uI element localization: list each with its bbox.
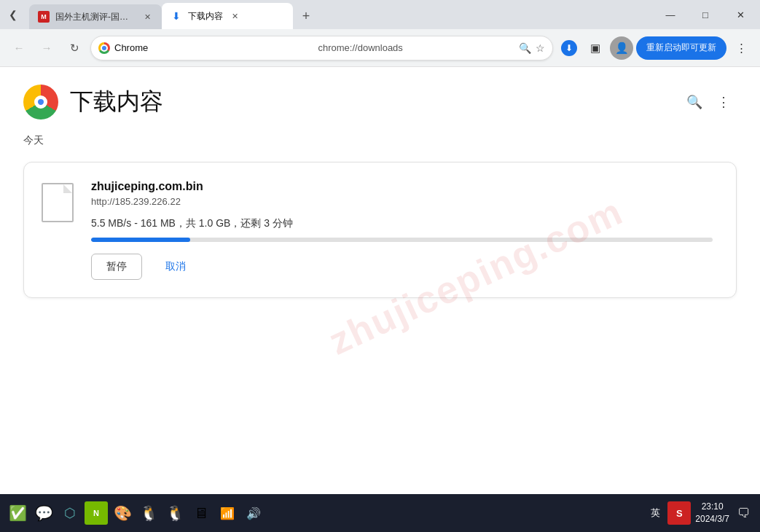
download-info: zhujiceping.com.bin http://185.239.226.2… bbox=[91, 180, 713, 280]
header-actions: 🔍 ⋮ bbox=[681, 89, 737, 115]
window-controls: — □ ✕ bbox=[654, 3, 760, 26]
tab-scroll-left[interactable]: ❮ bbox=[3, 4, 23, 25]
page-title: 下载内容 bbox=[70, 86, 163, 118]
cancel-button[interactable]: 取消 bbox=[151, 254, 200, 280]
pause-button[interactable]: 暂停 bbox=[91, 254, 142, 280]
forward-button[interactable]: → bbox=[35, 36, 58, 60]
tab-inactive-title: 国外主机测评-国外VPS、国... bbox=[55, 11, 136, 23]
new-tab-button[interactable]: + bbox=[296, 6, 316, 26]
taskbar-qq2-icon[interactable]: 🐧 bbox=[163, 501, 187, 525]
tab-active-close[interactable]: ✕ bbox=[229, 10, 240, 22]
taskbar-notification-button[interactable]: 🗨 bbox=[734, 503, 754, 523]
chrome-logo bbox=[23, 85, 58, 120]
download-status: 5.5 MB/s - 161 MB，共 1.0 GB，还剩 3 分钟 bbox=[91, 217, 713, 230]
taskbar-bluetooth-icon[interactable]: ⬡ bbox=[58, 501, 82, 525]
search-button[interactable]: 🔍 bbox=[681, 89, 708, 115]
tab-favicon-inactive: M bbox=[38, 11, 50, 23]
tab-inactive-close[interactable]: ✕ bbox=[141, 11, 153, 23]
tab-active-title: 下载内容 bbox=[188, 10, 223, 23]
address-star-icon[interactable]: ☆ bbox=[536, 42, 545, 54]
tab-inactive[interactable]: M 国外主机测评-国外VPS、国... ✕ bbox=[29, 4, 162, 29]
download-status-icon[interactable]: ⬇ bbox=[557, 36, 581, 60]
taskbar: ✅ 💬 ⬡ N 🎨 🐧 🐧 🖥 📶 🔊 英 S 23:10 2024/3/7 🗨 bbox=[0, 494, 760, 532]
taskbar-time-value: 23:10 bbox=[695, 501, 729, 513]
download-circle-icon: ⬇ bbox=[561, 40, 577, 56]
page-content: zhujiceping.com 下载内容 🔍 ⋮ 今天 zhujiceping.… bbox=[0, 67, 760, 494]
update-button[interactable]: 重新启动即可更新 bbox=[636, 36, 726, 60]
address-chrome-logo bbox=[98, 42, 110, 54]
taskbar-check-icon[interactable]: ✅ bbox=[6, 501, 29, 525]
file-icon bbox=[42, 183, 77, 224]
toolbar: ← → ↻ Chrome chrome://downloads 🔍 ☆ ⬇ ▣ … bbox=[0, 29, 760, 67]
taskbar-volume-icon[interactable]: 🔊 bbox=[242, 501, 265, 525]
minimize-button[interactable]: — bbox=[654, 3, 687, 26]
taskbar-right: 英 S 23:10 2024/3/7 🗨 bbox=[648, 501, 754, 525]
download-url: http://185.239.226.22 bbox=[91, 196, 713, 207]
menu-button[interactable]: ⋮ bbox=[729, 36, 753, 60]
taskbar-antivirus-icon[interactable]: S bbox=[667, 501, 691, 525]
taskbar-wifi-icon[interactable]: 📶 bbox=[216, 501, 239, 525]
taskbar-lang[interactable]: 英 bbox=[648, 506, 663, 520]
downloads-header: 下载内容 🔍 ⋮ bbox=[0, 67, 760, 128]
tab-active-favicon: ⬇ bbox=[171, 10, 182, 22]
tab-active[interactable]: ⬇ 下载内容 ✕ bbox=[162, 3, 293, 29]
progress-bar-fill bbox=[91, 238, 190, 242]
download-filename: zhujiceping.com.bin bbox=[91, 180, 713, 193]
refresh-button[interactable]: ↻ bbox=[63, 36, 86, 60]
update-label: 重新启动即可更新 bbox=[646, 42, 716, 54]
maximize-button[interactable]: □ bbox=[689, 3, 722, 26]
section-today: 今天 bbox=[0, 128, 760, 156]
download-actions: 暂停 取消 bbox=[91, 254, 713, 280]
taskbar-time[interactable]: 23:10 2024/3/7 bbox=[695, 501, 729, 525]
taskbar-nvidia-icon[interactable]: N bbox=[85, 501, 108, 525]
address-brand: Chrome bbox=[114, 42, 311, 53]
taskbar-monitor-icon[interactable]: 🖥 bbox=[189, 501, 213, 525]
progress-bar-container bbox=[91, 238, 713, 242]
titlebar: ❮ M 国外主机测评-国外VPS、国... ✕ ⬇ 下载内容 ✕ + — □ ✕ bbox=[0, 0, 760, 29]
taskbar-date-value: 2024/3/7 bbox=[695, 513, 729, 525]
close-button[interactable]: ✕ bbox=[724, 3, 757, 26]
taskbar-wechat-icon[interactable]: 💬 bbox=[32, 501, 55, 525]
address-url: chrome://downloads bbox=[318, 42, 515, 53]
address-bar[interactable]: Chrome chrome://downloads 🔍 ☆ bbox=[90, 36, 553, 60]
more-options-button[interactable]: ⋮ bbox=[710, 89, 737, 115]
address-search-icon[interactable]: 🔍 bbox=[519, 42, 531, 54]
taskbar-qq-icon[interactable]: 🐧 bbox=[137, 501, 160, 525]
back-button[interactable]: ← bbox=[7, 36, 31, 60]
taskbar-color-icon[interactable]: 🎨 bbox=[111, 501, 134, 525]
sidebar-icon[interactable]: ▣ bbox=[584, 36, 607, 60]
profile-icon[interactable]: 👤 bbox=[610, 36, 633, 60]
toolbar-right-icons: ⬇ ▣ 👤 重新启动即可更新 ⋮ bbox=[557, 36, 753, 60]
download-item: zhujiceping.com.bin http://185.239.226.2… bbox=[23, 162, 737, 298]
